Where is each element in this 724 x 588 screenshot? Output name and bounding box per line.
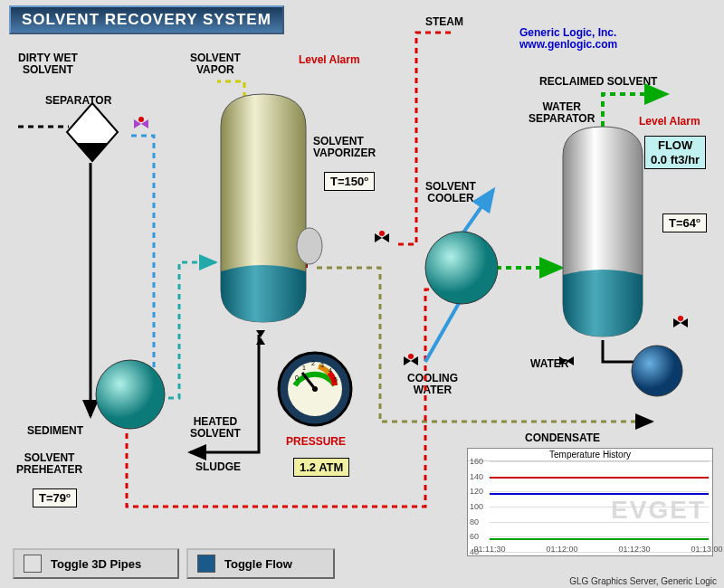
chart-title: Temperature History: [468, 449, 712, 461]
flow-value: 0.0 ft3/hr: [651, 153, 700, 166]
pressure-gauge: 012345: [277, 351, 353, 427]
svg-point-9: [312, 386, 318, 392]
valve-icon: [375, 232, 393, 244]
label-level-alarm-1: Level Alarm: [299, 54, 360, 66]
company-name[interactable]: Generic Logic, Inc.: [519, 26, 616, 39]
water-separator-tank: [557, 123, 648, 340]
label-cooling-water: COOLING WATER: [407, 373, 458, 396]
svg-point-21: [379, 231, 385, 236]
svg-point-26: [408, 354, 414, 359]
label-water-separator: WATER SEPARATOR: [529, 101, 595, 125]
label-condensate: CONDENSATE: [525, 432, 600, 444]
label-solvent-cooler: SOLVENT COOLER: [425, 181, 476, 204]
square-icon: [24, 555, 42, 573]
title-banner: SOLVENT RECOVERY SYSTEM: [9, 5, 284, 34]
svg-point-2: [297, 228, 322, 264]
svg-text:2: 2: [311, 360, 315, 366]
label-dirty-wet-solvent: DIRTY WET SOLVENT: [18, 52, 78, 76]
company-url[interactable]: www.genlogic.com: [519, 38, 617, 51]
svg-point-5: [632, 346, 682, 396]
value-vaporizer-temp: T=150o: [324, 172, 375, 191]
button-label: Toggle Flow: [224, 557, 292, 571]
label-sediment: SEDIMENT: [27, 425, 83, 437]
valve-icon: [673, 317, 691, 329]
label-pressure: PRESSURE: [286, 436, 346, 448]
svg-text:1: 1: [302, 365, 306, 371]
toggle-flow-button[interactable]: Toggle Flow: [186, 548, 335, 579]
svg-marker-27: [559, 356, 567, 365]
value-preheater-temp: T=79o: [33, 488, 77, 507]
toggle-3d-pipes-button[interactable]: Toggle 3D Pipes: [13, 548, 179, 579]
temperature-chart: Temperature History 40608010012014016001…: [467, 448, 713, 556]
label-solvent-vaporizer: SOLVENT VAPORIZER: [313, 136, 376, 159]
vaporizer-tank: [214, 90, 313, 326]
square-icon: [197, 555, 215, 573]
label-reclaimed-solvent: RECLAIMED SOLVENT: [539, 76, 657, 88]
valve-icon: [254, 330, 267, 348]
label-heated-solvent: HEATED SOLVENT: [190, 416, 241, 440]
valve-icon: [134, 118, 152, 130]
preheater-sphere: [94, 358, 167, 431]
svg-marker-1: [76, 143, 109, 161]
title-text: SOLVENT RECOVERY SYSTEM: [22, 11, 272, 28]
value-flow: FLOW 0.0 ft3/hr: [644, 136, 706, 169]
svg-point-4: [425, 232, 498, 304]
svg-point-31: [678, 316, 683, 321]
water-tank-sphere: [630, 344, 684, 398]
separator-shape: [65, 101, 119, 165]
svg-text:3: 3: [320, 362, 324, 368]
svg-marker-23: [256, 337, 265, 345]
label-steam: STEAM: [425, 16, 463, 28]
cooler-sphere: [424, 230, 500, 306]
svg-marker-28: [567, 356, 574, 365]
valve-icon: [559, 355, 577, 367]
flow-label: FLOW: [658, 138, 692, 152]
valve-icon: [404, 355, 422, 367]
svg-text:4: 4: [329, 367, 332, 374]
footer-text: GLG Graphics Server, Generic Logic: [569, 576, 717, 586]
svg-text:5: 5: [334, 376, 338, 383]
label-solvent-preheater: SOLVENT PREHEATER: [16, 452, 82, 476]
value-pressure-atm: 1.2 ATM: [293, 458, 349, 477]
label-solvent-vapor: SOLVENT VAPOR: [190, 52, 241, 76]
svg-text:0: 0: [295, 375, 299, 381]
svg-marker-22: [256, 330, 265, 337]
label-sludge: SLUDGE: [195, 461, 241, 473]
label-level-alarm-2: Level Alarm: [639, 116, 700, 128]
svg-point-18: [138, 117, 144, 122]
button-label: Toggle 3D Pipes: [51, 557, 141, 571]
svg-point-3: [96, 360, 165, 429]
value-separator-temp: T=64o: [662, 213, 707, 232]
